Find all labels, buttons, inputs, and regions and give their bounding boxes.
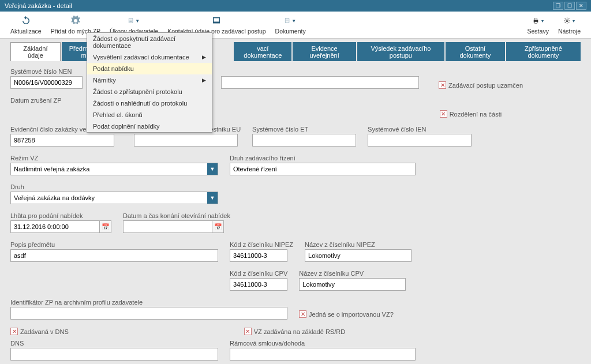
input-kod-nipez[interactable]	[230, 249, 287, 262]
menu-explain-documentation[interactable]: Vysvětlení zadávací dokumentace▶	[87, 51, 212, 63]
gear-icon: ▾	[563, 15, 575, 27]
input-datum-cas[interactable]	[123, 220, 212, 233]
input-nazev-nipez[interactable]	[305, 249, 412, 262]
menu-submit-offer[interactable]: Podat nabídku	[87, 63, 212, 74]
svg-rect-11	[535, 22, 537, 24]
add-to-my-zp-button[interactable]: Přidat do mých ZP	[46, 15, 105, 35]
label-druh-rizeni: Druh zadávacího řízení	[230, 155, 416, 162]
label-nazev-nipez: Název z číselníku NIPEZ	[305, 241, 412, 248]
svg-rect-10	[535, 18, 537, 20]
tab-other-docs[interactable]: Ostatní dokumenty	[446, 42, 505, 61]
label-lhuta: Lhůta pro podání nabídek	[10, 212, 111, 219]
input-druh-rizeni[interactable]	[230, 163, 416, 175]
calendar-icon: 📅	[102, 223, 110, 231]
maximize-button[interactable]: ☐	[564, 2, 575, 10]
printer-icon: ▾	[532, 15, 544, 27]
tab-result[interactable]: Výsledek zadávacího postupu	[357, 42, 444, 61]
menu-el-overview[interactable]: Přehled el. úkonů	[87, 109, 212, 121]
restore-button[interactable]: ❐	[553, 2, 563, 10]
tab-basic-info[interactable]: Základní údaje	[10, 42, 61, 61]
label-vz-zadavana: VZ zadávána na základě RS/RD	[254, 328, 345, 335]
list-icon: ▼	[128, 15, 140, 27]
tab-evidence[interactable]: Evidence uveřejnění	[293, 42, 356, 61]
calendar-icon: 📅	[214, 223, 222, 231]
tab-accessible-docs[interactable]: Zpřístupněné dokumenty	[506, 42, 581, 61]
label-kod-cpv: Kód z číselníku CPV	[230, 270, 287, 277]
input-sys-nen[interactable]	[10, 76, 83, 89]
input-nazev-cpv[interactable]	[299, 278, 406, 291]
checkbox-dns[interactable]: ✕	[10, 328, 18, 335]
label-dns: DNS	[10, 340, 218, 347]
label-druh: Druh	[10, 183, 218, 190]
select-rezim[interactable]: Nadlimitní veřejná zakázka ▼	[10, 163, 218, 175]
content-area: Žádost o poskytnutí zadávací dokumentace…	[0, 61, 591, 364]
checkbox-rs-rd[interactable]: ✕	[244, 328, 252, 335]
label-rezim: Režim VZ	[10, 155, 218, 162]
checkbox-imported[interactable]: ✕	[299, 310, 306, 318]
label-locked: Zadávací postup uzamčen	[448, 82, 523, 89]
input-popis[interactable]	[10, 249, 218, 262]
chevron-down-icon: ▼	[135, 18, 140, 24]
document-icon: ▼	[285, 15, 296, 27]
checkbox-split[interactable]: ✕	[440, 110, 447, 118]
calendar-button[interactable]: 📅	[100, 220, 111, 233]
tools-button[interactable]: ▾ Nástroje	[553, 15, 585, 35]
input-dns[interactable]	[10, 348, 218, 361]
titlebar: Veřejná zakázka - detail ❐ ☐ ✕	[0, 0, 591, 12]
label-zadavana-dns: Zadávaná v DNS	[20, 328, 69, 335]
input-lhuta[interactable]	[10, 220, 100, 233]
menu-submit-supplement[interactable]: Podat doplnění nabídky	[87, 121, 212, 132]
svg-rect-5	[214, 18, 219, 22]
input-identifikator[interactable]	[10, 307, 287, 320]
input-kod-cpv[interactable]	[230, 278, 287, 291]
documents-button[interactable]: ▼ Dokumenty	[271, 15, 311, 35]
input-ev-vestnik[interactable]	[10, 134, 114, 147]
menu-request-documentation[interactable]: Žádost o poskytnutí zadávací dokumentace	[87, 33, 212, 51]
menu-objections[interactable]: Námitky▶	[87, 74, 212, 86]
gear-icon	[70, 15, 81, 27]
svg-point-12	[566, 20, 568, 21]
select-druh[interactable]: Veřejná zakázka na dodávky ▼	[10, 192, 218, 204]
tab-documentation[interactable]: vací dokumentace	[234, 42, 291, 61]
chevron-right-icon: ▶	[202, 54, 206, 60]
window-title: Veřejná zakázka - detail	[5, 2, 72, 9]
input-sys-et[interactable]	[252, 134, 356, 147]
chevron-down-icon: ▼	[291, 18, 296, 24]
chevron-down-icon: ▼	[207, 163, 218, 175]
chevron-down-icon: ▾	[541, 18, 544, 24]
label-sys-et: Systémové číslo ET	[252, 126, 356, 133]
input-sys-ien[interactable]	[368, 134, 472, 147]
chevron-down-icon: ▾	[573, 18, 575, 24]
input-ramcova[interactable]	[230, 348, 416, 361]
label-imported: Jedná se o importovanou VZ?	[309, 311, 394, 318]
window-controls: ❐ ☐ ✕	[553, 2, 586, 10]
screen-icon	[211, 15, 222, 27]
input-ev-eu[interactable]	[134, 134, 238, 147]
label-nazev-cpv: Název z číselníku CPV	[299, 270, 406, 277]
refresh-button[interactable]: Aktualizace	[6, 15, 46, 35]
label-popis: Popis předmětu	[10, 241, 218, 248]
label-sys-ien: Systémové číslo IEN	[368, 126, 472, 133]
chevron-right-icon: ▶	[202, 77, 206, 83]
label-kod-nipez: Kód z číselníku NIPEZ	[230, 241, 293, 248]
reports-button[interactable]: ▾ Sestavy	[523, 15, 553, 35]
label-datum-cas: Datum a čas konání otevírání nabídek	[123, 212, 230, 219]
supplier-actions-button[interactable]: ▼ Úkony dodavatele	[105, 15, 163, 35]
supplier-actions-menu: Žádost o poskytnutí zadávací dokumentace…	[87, 32, 212, 133]
menu-protocol-access[interactable]: Žádost o zpřístupnění protokolu	[87, 86, 212, 97]
chevron-down-icon: ▼	[207, 192, 218, 204]
checkbox-locked[interactable]: ✕	[439, 81, 446, 89]
contact-info-button[interactable]: Kontaktní údaje pro zadávací postup	[163, 15, 270, 35]
input-name[interactable]	[221, 76, 419, 89]
label-ramcova: Rámcová smlouva/dohoda	[230, 340, 416, 347]
label-sys-nen: Systémové číslo NEN	[10, 68, 83, 75]
close-button[interactable]: ✕	[576, 2, 586, 10]
label-datum-zruseni: Datum zrušení ZP	[10, 97, 62, 104]
menu-protocol-view[interactable]: Žádosti o nahlédnutí do protokolu	[87, 97, 212, 109]
calendar-button-2[interactable]: 📅	[212, 220, 224, 233]
label-split: Rozdělení na části	[450, 111, 502, 118]
label-identifikator: Identifikátor ZP na archivním profilu za…	[10, 299, 287, 306]
refresh-icon	[20, 15, 32, 27]
